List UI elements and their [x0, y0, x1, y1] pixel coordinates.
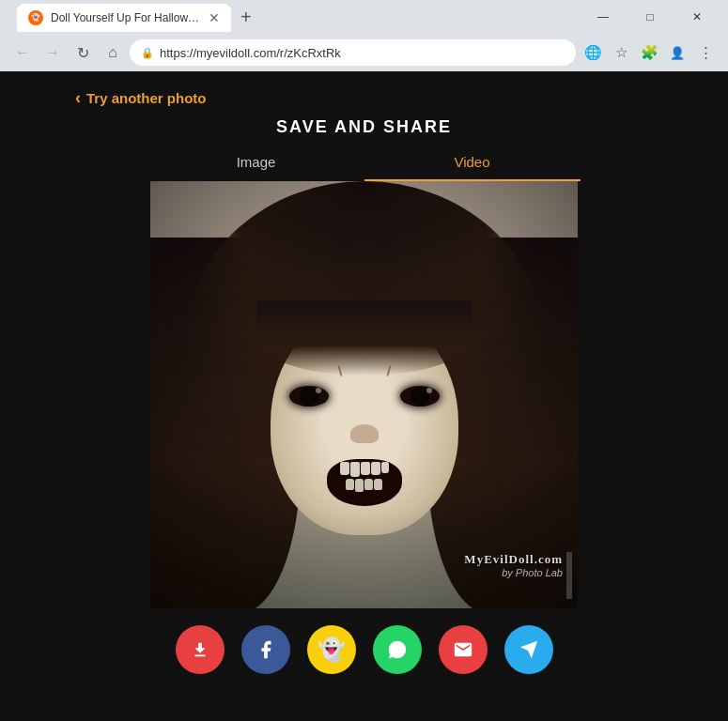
- tab-image-label: Image: [237, 154, 276, 170]
- refresh-button[interactable]: ↻: [70, 39, 96, 66]
- telegram-share-button[interactable]: [504, 625, 553, 674]
- tab-close-button[interactable]: ✕: [209, 10, 220, 25]
- tabs-row: Image Video: [148, 146, 581, 181]
- watermark-sub-text: by Photo Lab: [464, 567, 563, 578]
- social-buttons-row: 👻: [176, 625, 553, 674]
- new-tab-button[interactable]: +: [231, 3, 261, 32]
- tab-image[interactable]: Image: [148, 146, 364, 181]
- close-button[interactable]: ✕: [675, 4, 719, 30]
- doll-image: MyEvilDoll.com by Photo Lab: [150, 181, 578, 608]
- lock-icon: 🔒: [141, 47, 154, 59]
- back-button[interactable]: ←: [9, 39, 36, 66]
- whatsapp-share-button[interactable]: [373, 625, 422, 674]
- download-button[interactable]: [176, 625, 225, 674]
- facebook-share-button[interactable]: [241, 625, 290, 674]
- tab-video[interactable]: Video: [364, 146, 581, 181]
- url-bar[interactable]: 🔒 https://myevildoll.com/r/zKcRxtRk: [130, 39, 576, 66]
- watermark: MyEvilDoll.com by Photo Lab: [464, 552, 563, 580]
- email-share-button[interactable]: [439, 625, 488, 674]
- toolbar-icons: 🌐 ☆ 🧩 👤 ⋮: [580, 39, 719, 66]
- home-button[interactable]: ⌂: [100, 39, 126, 66]
- try-another-label: Try another photo: [86, 90, 207, 106]
- url-text: https://myevildoll.com/r/zKcRxtRk: [160, 46, 565, 60]
- bookmark-icon[interactable]: ☆: [608, 39, 634, 66]
- minimize-button[interactable]: —: [581, 4, 625, 30]
- window-controls: — □ ✕: [581, 4, 719, 30]
- browser-tab[interactable]: 👻 Doll Yourself Up For Halloween ✕: [17, 4, 231, 32]
- watermark-main-text: MyEvilDoll.com: [464, 552, 563, 567]
- page-content: ‹ Try another photo SAVE AND SHARE Image…: [0, 71, 728, 721]
- address-bar: ← → ↻ ⌂ 🔒 https://myevildoll.com/r/zKcRx…: [0, 34, 728, 71]
- save-share-title: SAVE AND SHARE: [276, 117, 452, 137]
- maximize-button[interactable]: □: [628, 4, 672, 30]
- tab-label: Doll Yourself Up For Halloween: [51, 11, 201, 24]
- menu-icon[interactable]: ⋮: [692, 39, 719, 66]
- snapchat-share-button[interactable]: 👻: [307, 625, 356, 674]
- doll-image-container: MyEvilDoll.com by Photo Lab: [150, 181, 578, 608]
- translate-icon[interactable]: 🌐: [580, 39, 606, 66]
- forward-button[interactable]: →: [39, 39, 66, 66]
- tab-video-label: Video: [454, 154, 489, 170]
- profile-icon[interactable]: 👤: [664, 39, 690, 66]
- tab-favicon: 👻: [28, 10, 43, 25]
- chevron-left-icon: ‹: [75, 88, 81, 108]
- try-another-photo-link[interactable]: ‹ Try another photo: [75, 71, 207, 117]
- extensions-icon[interactable]: 🧩: [636, 39, 662, 66]
- watermark-bar: [566, 552, 572, 599]
